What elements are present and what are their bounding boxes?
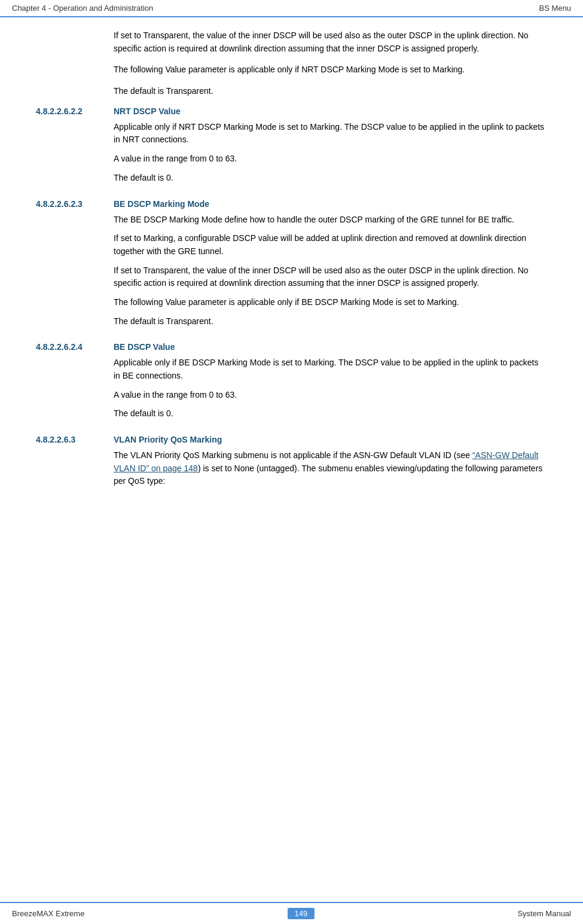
section-number-4: 4.8.2.2.6.3 [36, 435, 114, 494]
top-paragraph-3: The default is Transparent. [114, 85, 547, 98]
section-4-8-2-2-6-3: 4.8.2.2.6.3 VLAN Priority QoS Marking Th… [36, 435, 547, 494]
asn-gw-link[interactable]: “ASN-GW Default VLAN ID” on page 148 [114, 450, 538, 473]
section-2-para-4: The default is Transparent. [114, 315, 547, 328]
page-container: Chapter 4 - Operation and Administration… [0, 0, 583, 924]
section-number-3: 4.8.2.2.6.2.4 [36, 342, 114, 426]
footer-product-name: BreezeMAX Extreme [12, 909, 84, 918]
top-paragraph-2: The following Value parameter is applica… [114, 63, 547, 77]
section-2-para-0: The BE DSCP Marking Mode define how to h… [114, 214, 547, 227]
page-content: If set to Transparent, the value of the … [0, 17, 583, 550]
header-section-title: BS Menu [539, 4, 571, 13]
section-heading-4: VLAN Priority QoS Marking [114, 435, 547, 444]
section-2-para-1: If set to Marking, a configurable DSCP v… [114, 232, 547, 258]
section-heading-2: BE DSCP Marking Mode [114, 199, 547, 209]
top-para-text-2: The following Value parameter is applica… [114, 63, 547, 77]
section-4-8-2-2-6-2-3: 4.8.2.2.6.2.3 BE DSCP Marking Mode The B… [36, 199, 547, 334]
top-para-text-1: If set to Transparent, the value of the … [114, 29, 547, 55]
footer-page-number: 149 [288, 908, 315, 919]
section-3-para-2: The default is 0. [114, 407, 547, 420]
section-heading-1: NRT DSCP Value [114, 106, 547, 116]
section-content-2: BE DSCP Marking Mode The BE DSCP Marking… [114, 199, 547, 334]
section-4-8-2-2-6-2-4: 4.8.2.2.6.2.4 BE DSCP Value Applicable o… [36, 342, 547, 426]
section-heading-3: BE DSCP Value [114, 342, 547, 352]
section-content-1: NRT DSCP Value Applicable only if NRT DS… [114, 106, 547, 191]
section-2-para-3: The following Value parameter is applica… [114, 296, 547, 309]
top-para-text-3: The default is Transparent. [114, 85, 547, 98]
top-paragraph-1: If set to Transparent, the value of the … [114, 29, 547, 55]
section-1-para-0: Applicable only if NRT DSCP Marking Mode… [114, 121, 547, 147]
section-3-para-1: A value in the range from 0 to 63. [114, 389, 547, 402]
section-1-para-2: The default is 0. [114, 172, 547, 185]
section-1-para-1: A value in the range from 0 to 63. [114, 153, 547, 166]
section-content-3: BE DSCP Value Applicable only if BE DSCP… [114, 342, 547, 426]
section-4-8-2-2-6-2-2: 4.8.2.2.6.2.2 NRT DSCP Value Applicable … [36, 106, 547, 191]
page-header: Chapter 4 - Operation and Administration… [0, 0, 583, 17]
footer-manual-title: System Manual [517, 909, 571, 918]
section-number-2: 4.8.2.2.6.2.3 [36, 199, 114, 334]
header-chapter-title: Chapter 4 - Operation and Administration [12, 4, 153, 13]
section-3-para-0: Applicable only if BE DSCP Marking Mode … [114, 356, 547, 382]
section-number-1: 4.8.2.2.6.2.2 [36, 106, 114, 191]
page-footer: BreezeMAX Extreme 149 System Manual [0, 902, 583, 924]
section-content-4: VLAN Priority QoS Marking The VLAN Prior… [114, 435, 547, 494]
section-2-para-2: If set to Transparent, the value of the … [114, 264, 547, 290]
section-4-para-0: The VLAN Priority QoS Marking submenu is… [114, 449, 547, 488]
